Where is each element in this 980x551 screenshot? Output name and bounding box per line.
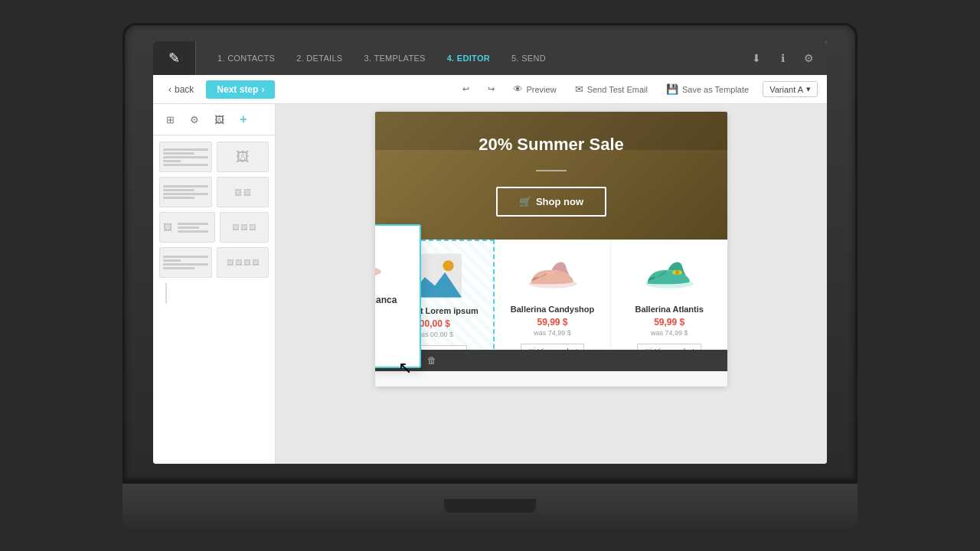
- template-row: 🖼 🖼: [159, 177, 269, 207]
- email-preview: 20% Summer Sale 🛒 Shop now: [375, 112, 727, 386]
- panel-add-icon[interactable]: +: [233, 109, 254, 130]
- nav-settings-icon[interactable]: ⚙: [796, 46, 821, 70]
- app-logo: ✎: [168, 50, 180, 67]
- panel-image-icon[interactable]: 🖼: [208, 109, 230, 130]
- preview-button[interactable]: 👁 Preview: [508, 80, 561, 98]
- sel-tool-delete[interactable]: 🗑: [427, 355, 436, 366]
- variant-dropdown[interactable]: Variant A ▾: [763, 81, 818, 97]
- template-row: 🖼: [159, 142, 269, 172]
- undo-button[interactable]: ↩: [458, 81, 474, 97]
- nav-step-editor[interactable]: 4. EDITOR: [438, 51, 499, 66]
- nav-step-contacts[interactable]: 1. CONTACTS: [208, 51, 284, 66]
- product-name-atlantis: Ballerina Atlantis: [617, 305, 721, 314]
- template-thumb-img3[interactable]: 🖼 🖼 🖼: [220, 212, 270, 243]
- svg-point-5: [443, 260, 453, 271]
- save-template-label: Save as Template: [682, 85, 749, 94]
- back-button[interactable]: ‹ back: [162, 81, 200, 98]
- send-test-button[interactable]: ✉ Send Test Email: [570, 80, 652, 98]
- products-section: Ballerina Salamanca 64,99 $ was 74,99 $ …: [375, 240, 727, 371]
- email-below-fold: [375, 371, 727, 386]
- templates-grid: 🖼: [153, 135, 275, 313]
- nav-step-send[interactable]: 5. SEND: [502, 51, 555, 66]
- next-step-button[interactable]: Next step ›: [206, 80, 275, 99]
- template-thumb-lines[interactable]: [159, 142, 212, 172]
- hero-title: 20% Summer Sale: [390, 135, 712, 155]
- save-template-button[interactable]: 💾 Save as Template: [662, 80, 753, 98]
- panel-layout-icon[interactable]: ⊞: [159, 109, 181, 130]
- product-was-candyshop: was 74,99 $: [501, 329, 605, 337]
- template-row: 🖼 🖼 🖼 🖼: [159, 247, 269, 278]
- nav-step-templates[interactable]: 3. TEMPLATES: [354, 51, 434, 66]
- next-step-label: Next step: [217, 84, 258, 95]
- send-test-icon: ✉: [575, 83, 583, 95]
- template-thumb-image[interactable]: 🖼: [217, 142, 270, 172]
- redo-button[interactable]: ↪: [483, 81, 499, 97]
- canvas-area[interactable]: 20% Summer Sale 🛒 Shop now: [276, 104, 827, 464]
- next-step-chevron: ›: [261, 84, 264, 95]
- hero-banner[interactable]: 20% Summer Sale 🛒 Shop now: [375, 112, 727, 240]
- send-test-label: Send Test Email: [587, 85, 648, 94]
- red-shoe-svg: [375, 243, 383, 281]
- template-row: [159, 282, 269, 307]
- preview-label: Preview: [527, 85, 557, 94]
- panel-settings-icon[interactable]: ⚙: [184, 109, 205, 130]
- nav-download-icon[interactable]: ⬇: [744, 46, 769, 70]
- product-was-atlantis: was 74,99 $: [617, 329, 721, 337]
- preview-icon: 👁: [513, 83, 523, 95]
- cart-icon: 🛒: [519, 196, 531, 207]
- template-image-icon: 🖼: [236, 149, 250, 165]
- product-name-candyshop: Ballerina Candyshop: [501, 305, 605, 314]
- left-panel: ⊞ ⚙ 🖼 +: [153, 104, 276, 464]
- hero-divider: [536, 170, 567, 171]
- selected-product-price: 64,99 $: [375, 308, 410, 321]
- selected-product-card[interactable]: Ballerina Salamanca 64,99 $ was 74,99 $ …: [375, 224, 421, 368]
- panel-icons: ⊞ ⚙ 🖼 +: [153, 104, 275, 135]
- laptop-screen: ✎ 1. CONTACTS 2. DETAILS 3. TEMPLATES 4.…: [153, 41, 827, 464]
- template-thumb-lines2[interactable]: [159, 177, 212, 207]
- template-thumb-lines4[interactable]: [159, 247, 212, 278]
- toolbar-center: ↩ ↪ 👁 Preview ✉ Send Test Email: [458, 80, 818, 98]
- top-nav: ✎ 1. CONTACTS 2. DETAILS 3. TEMPLATES 4.…: [153, 41, 827, 75]
- cursor-icon: ↖: [398, 358, 412, 378]
- nav-step-details[interactable]: 2. DETAILS: [287, 51, 351, 66]
- undo-icon: ↩: [462, 84, 469, 94]
- svg-point-12: [675, 270, 679, 274]
- laptop-shell: ✎ 1. CONTACTS 2. DETAILS 3. TEMPLATES 4.…: [122, 23, 858, 528]
- template-thumb-bottom[interactable]: [165, 282, 167, 304]
- save-template-icon: 💾: [666, 83, 678, 95]
- app-container: ✎ 1. CONTACTS 2. DETAILS 3. TEMPLATES 4.…: [153, 41, 827, 464]
- shop-now-button[interactable]: 🛒 Shop now: [496, 187, 606, 217]
- selected-product-image: [375, 235, 410, 289]
- svg-point-9: [547, 272, 556, 276]
- shop-now-label: Shop now: [536, 196, 583, 207]
- nav-icons-right: ⬇ ℹ ⚙: [744, 46, 827, 70]
- laptop-hinge: [444, 499, 536, 513]
- back-chevron-icon: ‹: [168, 84, 172, 95]
- redo-icon: ↪: [488, 84, 495, 94]
- nav-steps: 1. CONTACTS 2. DETAILS 3. TEMPLATES 4. E…: [196, 51, 744, 66]
- toolbar: ‹ back Next step › ↩ ↪: [153, 75, 827, 104]
- product-price-candyshop: 59,99 $: [501, 317, 605, 328]
- product-image-atlantis: [639, 249, 700, 298]
- main-layout: ⊞ ⚙ 🖼 +: [153, 104, 827, 464]
- laptop-base: [122, 482, 858, 528]
- template-thumb-img4[interactable]: 🖼 🖼 🖼 🖼: [217, 247, 270, 278]
- product-price-atlantis: 59,99 $: [617, 317, 721, 328]
- template-thumb-img2[interactable]: 🖼 🖼: [217, 177, 270, 207]
- back-label: back: [175, 84, 194, 95]
- selected-product-was: was 74,99 $: [375, 322, 410, 331]
- template-thumb-mixed[interactable]: 🖼: [159, 212, 215, 243]
- canvas-selection-toolbar: ⊞ 👤 ⬕ 🗑: [375, 350, 727, 371]
- template-row: 🖼 🖼: [159, 212, 269, 243]
- nav-info-icon[interactable]: ℹ: [770, 46, 795, 70]
- svg-point-0: [375, 266, 381, 278]
- logo-area: ✎: [153, 41, 196, 75]
- laptop-bezel: ✎ 1. CONTACTS 2. DETAILS 3. TEMPLATES 4.…: [122, 23, 858, 482]
- variant-chevron-icon: ▾: [806, 84, 811, 94]
- variant-label: Variant A: [769, 85, 803, 94]
- selected-product-name: Ballerina Salamanca: [375, 295, 410, 305]
- product-image-candyshop: [522, 249, 583, 298]
